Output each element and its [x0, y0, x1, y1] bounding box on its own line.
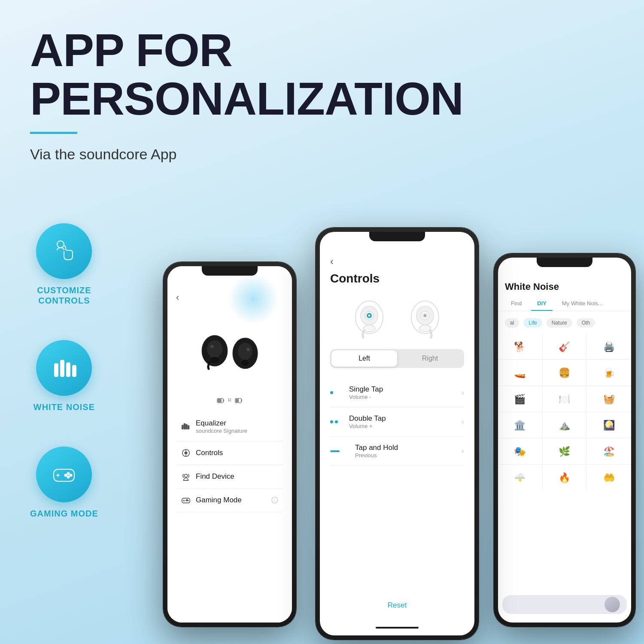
svg-text:🏛️: 🏛️: [514, 419, 526, 431]
wn-icon-storm: 🌩️: [514, 471, 526, 483]
svg-point-14: [210, 345, 214, 348]
double-tap-row[interactable]: Double Tap Volume + ›: [330, 407, 464, 437]
battery-r-icon: [235, 398, 243, 404]
svg-rect-26: [182, 425, 183, 429]
menu-item-controls[interactable]: Controls: [176, 441, 283, 465]
tab-diy[interactable]: DIY: [531, 297, 553, 311]
menu-item-equalizer[interactable]: Equalizer soundcore Signature: [176, 412, 283, 441]
equalizer-menu-text: Equalizer soundcore Signature: [196, 419, 278, 434]
svg-text:🖨️: 🖨️: [603, 341, 615, 352]
svg-point-9: [70, 474, 72, 477]
svg-text:🎭: 🎭: [514, 446, 526, 457]
gaming-menu-icon: [181, 495, 191, 505]
phone-center-screen: ‹ Controls: [320, 232, 474, 635]
equalizer-menu-icon: [181, 422, 191, 431]
lr-toggle[interactable]: Left Right: [330, 349, 464, 368]
wn-cell-14[interactable]: 🌿: [543, 438, 587, 464]
wn-cell-15[interactable]: 🏖️: [587, 438, 631, 464]
svg-rect-24: [241, 399, 242, 402]
wn-cell-3[interactable]: 🖨️: [587, 334, 631, 359]
battery-icon: [217, 398, 225, 404]
battery-row: R: [176, 398, 283, 404]
wn-cell-16[interactable]: 🌩️: [498, 465, 542, 490]
phone-center: ‹ Controls: [316, 228, 479, 640]
home-indicator: [376, 627, 419, 629]
phone-right-frame: White Noise Find DIY My White Nois... al…: [494, 253, 635, 627]
svg-point-48: [363, 325, 375, 332]
wn-icon-hands: 🤲: [603, 471, 615, 483]
tap-hold-row[interactable]: Tap and Hold Previous ›: [330, 437, 464, 466]
subtab-life[interactable]: Life: [523, 318, 542, 328]
svg-point-0: [57, 241, 64, 248]
tab-my-white-noise[interactable]: My White Nois...: [556, 297, 609, 311]
svg-text:🎬: 🎬: [514, 393, 526, 405]
feature-circle-whitenoise: [36, 340, 92, 396]
wn-cell-13[interactable]: 🎭: [498, 438, 542, 464]
reset-button[interactable]: Reset: [320, 592, 474, 618]
wn-cell-7[interactable]: 🎬: [498, 386, 542, 412]
subtab-al[interactable]: al: [505, 318, 519, 328]
wn-cell-10[interactable]: 🏛️: [498, 412, 542, 438]
svg-rect-28: [186, 424, 187, 429]
tap-hold-indicator: [330, 450, 349, 452]
feature-label-customize: CUSTOMIZE CONTROLS: [37, 285, 91, 306]
dot-double-2: [335, 420, 338, 423]
subtab-nature[interactable]: Nature: [547, 318, 572, 328]
svg-rect-22: [218, 399, 222, 402]
svg-text:🤲: 🤲: [603, 472, 615, 483]
phone-left-frame: ‹: [163, 262, 296, 627]
earbuds-display: [176, 307, 283, 393]
wn-cell-17[interactable]: 🔥: [543, 465, 587, 490]
phone-center-frame: ‹ Controls: [316, 228, 479, 640]
svg-rect-3: [67, 363, 70, 377]
svg-rect-1: [55, 364, 58, 377]
find-device-menu-text: Find Device: [196, 472, 278, 481]
wn-cell-6[interactable]: 🍺: [587, 360, 631, 386]
right-toggle-btn[interactable]: Right: [397, 350, 463, 367]
controls-title: Controls: [330, 272, 464, 286]
svg-text:🐕: 🐕: [514, 341, 526, 352]
single-tap-text: Single Tap Volume -: [349, 385, 462, 400]
wn-cell-5[interactable]: 🍔: [543, 360, 587, 386]
whitenoise-slider[interactable]: [502, 595, 627, 614]
feature-gaming-mode: GAMING MODE: [30, 447, 98, 519]
wn-icon-mountain: ⛰️: [559, 419, 571, 431]
screen-left-content: ‹: [167, 266, 292, 623]
wn-cell-9[interactable]: 🧺: [587, 386, 631, 412]
left-toggle-btn[interactable]: Left: [331, 350, 397, 367]
single-tap-indicator: [330, 391, 343, 394]
menu-item-find-device[interactable]: Find Device: [176, 465, 283, 489]
dot-line: [330, 450, 340, 452]
right-earbud-controls: [406, 296, 444, 339]
tab-find[interactable]: Find: [505, 297, 528, 311]
svg-rect-4: [73, 365, 76, 377]
wn-cell-1[interactable]: 🐕: [498, 334, 542, 359]
subtab-other[interactable]: Oth: [577, 318, 595, 328]
svg-point-19: [240, 359, 249, 366]
svg-text:🎸: 🎸: [559, 341, 571, 352]
dot-double-1: [330, 420, 333, 423]
svg-point-13: [207, 340, 222, 358]
dot-single: [330, 391, 333, 394]
svg-text:🍔: 🍔: [559, 367, 571, 379]
wn-cell-18[interactable]: 🤲: [587, 465, 631, 490]
wn-cell-8[interactable]: 🍽️: [543, 386, 587, 412]
svg-point-54: [419, 325, 431, 332]
svg-text:🧺: 🧺: [603, 393, 615, 405]
wn-cell-11[interactable]: ⛰️: [543, 412, 587, 438]
wn-icon-burger: 🍔: [559, 367, 571, 379]
single-tap-row[interactable]: Single Tap Volume - ›: [330, 378, 464, 407]
wn-cell-12[interactable]: 🎑: [587, 412, 631, 438]
svg-point-11: [67, 476, 70, 478]
menu-item-gaming-mode[interactable]: Gaming Mode i: [176, 489, 283, 512]
right-earbud-svg: [406, 296, 444, 339]
header-block: APP FOR PERSONALIZATION Via the soundcor…: [30, 26, 614, 163]
slider-thumb[interactable]: [605, 597, 620, 612]
wn-cell-2[interactable]: 🎸: [543, 334, 587, 359]
whitenoise-grid: 🐕 🎸 🖨️ 🚤: [498, 334, 631, 490]
svg-point-39: [188, 500, 188, 501]
svg-point-15: [210, 357, 220, 364]
center-back-arrow[interactable]: ‹: [330, 255, 464, 267]
wn-cell-4[interactable]: 🚤: [498, 360, 542, 386]
page-title: APP FOR PERSONALIZATION: [30, 26, 614, 123]
